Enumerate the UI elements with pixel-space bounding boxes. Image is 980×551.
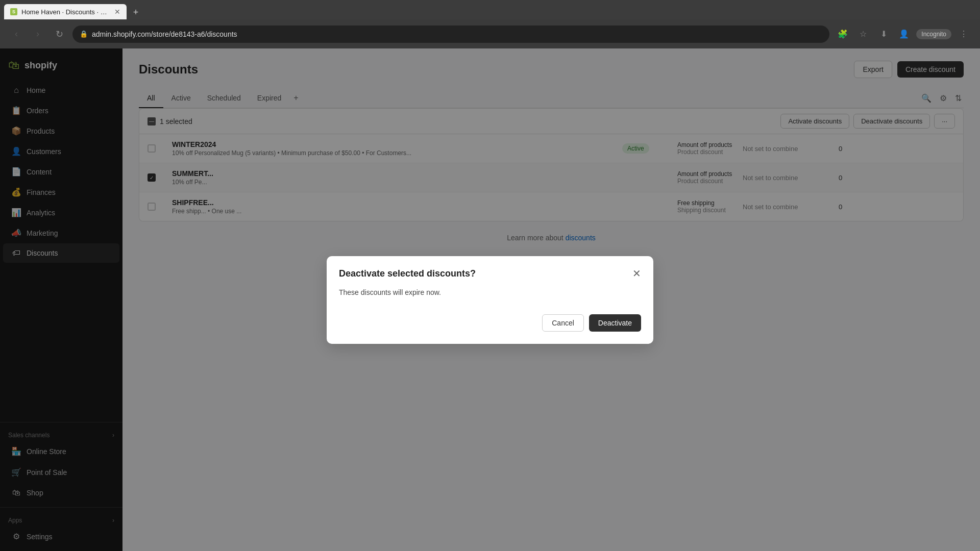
- deactivate-button[interactable]: Deactivate: [589, 314, 641, 332]
- profile-button[interactable]: 👤: [896, 26, 912, 42]
- back-button[interactable]: ‹: [8, 26, 24, 42]
- extensions-button[interactable]: 🧩: [835, 26, 851, 42]
- modal-title: Deactivate selected discounts?: [339, 268, 476, 279]
- tab-close-icon[interactable]: ✕: [114, 8, 120, 16]
- url-text: admin.shopify.com/store/de8143-a6/discou…: [92, 30, 237, 38]
- bookmark-button[interactable]: ☆: [855, 26, 871, 42]
- modal-footer: Cancel Deactivate: [339, 314, 641, 332]
- modal-body: These discounts will expire now.: [339, 287, 641, 298]
- refresh-button[interactable]: ↻: [51, 26, 67, 42]
- active-tab[interactable]: S Home Haven · Discounts · Shop ✕: [4, 4, 127, 19]
- browser-chrome: S Home Haven · Discounts · Shop ✕ + ‹ › …: [0, 0, 980, 48]
- tab-title: Home Haven · Discounts · Shop: [21, 8, 110, 16]
- forward-button[interactable]: ›: [30, 26, 46, 42]
- incognito-badge: Incognito: [916, 29, 951, 39]
- lock-icon: 🔒: [80, 30, 88, 38]
- modal-close-button[interactable]: ✕: [632, 268, 641, 279]
- download-button[interactable]: ⬇: [875, 26, 892, 42]
- tab-favicon: S: [10, 8, 17, 15]
- new-tab-button[interactable]: +: [129, 5, 143, 19]
- modal-header: Deactivate selected discounts? ✕: [339, 268, 641, 279]
- menu-button[interactable]: ⋮: [955, 26, 972, 42]
- cancel-button[interactable]: Cancel: [542, 314, 584, 332]
- deactivate-modal: Deactivate selected discounts? ✕ These d…: [327, 256, 653, 344]
- address-bar[interactable]: 🔒 admin.shopify.com/store/de8143-a6/disc…: [72, 26, 829, 43]
- modal-overlay[interactable]: Deactivate selected discounts? ✕ These d…: [0, 48, 980, 551]
